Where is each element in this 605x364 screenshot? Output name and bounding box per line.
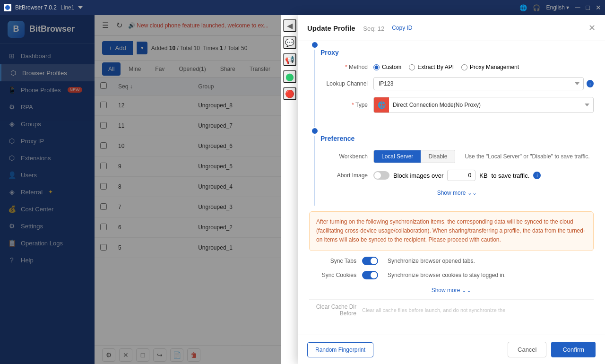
proxy-section: Proxy Method Custom bbox=[320, 41, 594, 127]
modal-seq: Seq: 12 bbox=[363, 25, 384, 32]
side-collapse-btn[interactable]: ◀ bbox=[283, 19, 296, 32]
workbench-local-server-btn[interactable]: Local Server bbox=[374, 150, 421, 163]
proxy-section-title: Proxy bbox=[320, 49, 339, 56]
modal-footer: Random Fingerprint Cancel Confirm bbox=[298, 335, 605, 364]
method-extract-radio[interactable] bbox=[409, 64, 415, 70]
preference-section-title: Preference bbox=[320, 135, 354, 142]
side-fingerprint-btn[interactable]: 🔴 bbox=[283, 87, 296, 100]
show-more-sync[interactable]: Show more ⌄⌄ bbox=[309, 285, 594, 295]
method-custom-radio[interactable] bbox=[373, 64, 380, 70]
method-custom[interactable]: Custom bbox=[373, 64, 401, 70]
workbench-label: Workbench bbox=[320, 153, 368, 160]
proxy-dot bbox=[312, 42, 318, 48]
proxy-section-wrapper: Proxy Method Custom bbox=[309, 41, 594, 127]
preference-stepper bbox=[309, 127, 320, 206]
workbench-group: Local Server Disable bbox=[373, 150, 455, 163]
type-control: 🌐 Direct Connection Mode(No Proxy) bbox=[373, 97, 594, 113]
proxy-stepper bbox=[309, 41, 320, 127]
sync-tabs-label: Sync Tabs bbox=[309, 258, 356, 264]
app-logo bbox=[4, 4, 11, 11]
abort-image-text: Block images over bbox=[393, 172, 443, 179]
side-panel: ◀ 💬 📢 ⬤ 🔴 bbox=[281, 15, 298, 364]
type-icon: 🌐 bbox=[374, 97, 389, 113]
sync-warning-text: After turning on the following synchroni… bbox=[316, 218, 585, 243]
divider bbox=[309, 299, 594, 300]
modal-overlay: ◀ 💬 📢 ⬤ 🔴 Update Profile Seq: 12 Copy ID… bbox=[0, 15, 605, 364]
lookup-channel-select[interactable]: IP123 bbox=[373, 77, 584, 90]
side-toggle-btn[interactable]: ⬤ bbox=[283, 70, 296, 83]
footer-actions: Cancel Confirm bbox=[508, 342, 596, 357]
show-more-preference-label: Show more bbox=[437, 190, 466, 196]
app-title: BitBrowser 7.0.2 bbox=[15, 4, 57, 11]
type-select[interactable]: Direct Connection Mode(No Proxy) bbox=[389, 99, 593, 111]
method-custom-label: Custom bbox=[382, 64, 401, 70]
sync-cookies-desc: Synchronize browser cookies to stay logg… bbox=[388, 272, 506, 278]
minimize-btn[interactable]: ─ bbox=[575, 3, 580, 12]
method-label: Method bbox=[320, 64, 368, 70]
svg-point-0 bbox=[5, 5, 10, 10]
abort-image-kb-input[interactable] bbox=[447, 170, 475, 181]
preference-line bbox=[314, 136, 315, 206]
titlebar: BitBrowser 7.0.2 Line1 🌐 🎧 English ▾ ─ □… bbox=[0, 0, 605, 15]
lookup-channel-control: IP123 i bbox=[373, 77, 594, 90]
sync-warning-box: After turning on the following synchroni… bbox=[309, 211, 594, 251]
preference-section: Preference Workbench Local Server Disabl… bbox=[320, 127, 594, 206]
kb-label: KB bbox=[479, 172, 487, 179]
sync-tabs-row: Sync Tabs Synchronize browser opened tab… bbox=[309, 257, 594, 265]
confirm-btn[interactable]: Confirm bbox=[551, 342, 596, 357]
window-controls: 🌐 🎧 English ▾ ─ □ ✕ bbox=[519, 3, 601, 12]
modal-title-text: Update Profile bbox=[307, 24, 355, 32]
preference-content: Preference Workbench Local Server Disabl… bbox=[320, 127, 594, 206]
maximize-btn[interactable]: □ bbox=[586, 4, 590, 11]
preference-dot bbox=[312, 128, 318, 134]
random-fingerprint-btn[interactable]: Random Fingerprint bbox=[307, 342, 373, 357]
close-btn[interactable]: ✕ bbox=[596, 4, 601, 11]
method-row: Method Custom Extract By API bbox=[320, 64, 594, 70]
show-more-sync-icon: ⌄⌄ bbox=[462, 287, 471, 294]
workbench-desc: Use the "Local Server" or "Disable" to s… bbox=[465, 153, 594, 160]
app-line: Line1 bbox=[60, 4, 74, 11]
workbench-disable-btn[interactable]: Disable bbox=[421, 150, 455, 163]
lookup-channel-label: Lookup Channel bbox=[320, 80, 368, 87]
type-select-wrapper: 🌐 Direct Connection Mode(No Proxy) bbox=[373, 97, 594, 113]
abort-image-toggle[interactable] bbox=[373, 171, 389, 180]
method-proxy-mgmt-radio[interactable] bbox=[461, 64, 467, 70]
method-extract[interactable]: Extract By API bbox=[409, 64, 454, 70]
workbench-row: Workbench Local Server Disable Use the "… bbox=[320, 150, 594, 163]
preference-section-wrapper: Preference Workbench Local Server Disabl… bbox=[309, 127, 594, 206]
sync-cookies-row: Sync Cookies Synchronize browser cookies… bbox=[309, 271, 594, 279]
side-broadcast-btn[interactable]: 📢 bbox=[283, 53, 296, 66]
abort-image-info-icon[interactable]: i bbox=[533, 172, 541, 179]
modal-title: Update Profile Seq: 12 bbox=[307, 24, 384, 32]
type-label: Type bbox=[320, 102, 368, 108]
preference-section-header: Preference bbox=[320, 135, 594, 142]
show-more-preference[interactable]: Show more ⌄⌄ bbox=[320, 188, 594, 198]
show-more-preference-icon: ⌄⌄ bbox=[467, 190, 477, 196]
abort-image-row: Abort Image Block images over KB to save… bbox=[320, 170, 594, 181]
method-extract-label: Extract By API bbox=[417, 64, 454, 70]
method-radio-group: Custom Extract By API Proxy Management bbox=[373, 64, 594, 70]
sync-cookies-toggle[interactable] bbox=[362, 271, 378, 279]
abort-image-traffic: to save traffic. bbox=[492, 172, 530, 179]
proxy-content: Proxy Method Custom bbox=[320, 41, 594, 127]
modal-close-btn[interactable]: ✕ bbox=[588, 23, 596, 33]
copy-id-btn[interactable]: Copy ID bbox=[389, 24, 415, 32]
side-chat-btn[interactable]: 💬 bbox=[283, 36, 296, 49]
method-proxy-mgmt-label: Proxy Management bbox=[470, 64, 519, 70]
clear-cache-row: Clear Cache Dir Before Clear all cache f… bbox=[309, 303, 594, 317]
dropdown-icon[interactable] bbox=[78, 6, 83, 9]
type-row: Type 🌐 Direct Connection Mode(No Proxy) bbox=[320, 97, 594, 113]
abort-image-control: Block images over KB to save traffic. i bbox=[373, 170, 594, 181]
show-more-sync-label: Show more bbox=[432, 287, 460, 294]
update-profile-modal: Update Profile Seq: 12 Copy ID ✕ Proxy bbox=[298, 15, 605, 364]
proxy-line bbox=[314, 50, 315, 127]
clear-cache-desc: Clear all cache files before launch, and… bbox=[362, 307, 505, 313]
lookup-channel-info-icon[interactable]: i bbox=[587, 80, 594, 87]
abort-image-label: Abort Image bbox=[320, 172, 368, 179]
cancel-btn[interactable]: Cancel bbox=[508, 342, 546, 357]
method-proxy-mgmt[interactable]: Proxy Management bbox=[461, 64, 519, 70]
modal-header: Update Profile Seq: 12 Copy ID ✕ bbox=[298, 15, 605, 41]
sync-tabs-toggle[interactable] bbox=[362, 257, 378, 265]
workbench-control: Local Server Disable Use the "Local Serv… bbox=[373, 150, 594, 163]
sync-cookies-label: Sync Cookies bbox=[309, 272, 356, 278]
